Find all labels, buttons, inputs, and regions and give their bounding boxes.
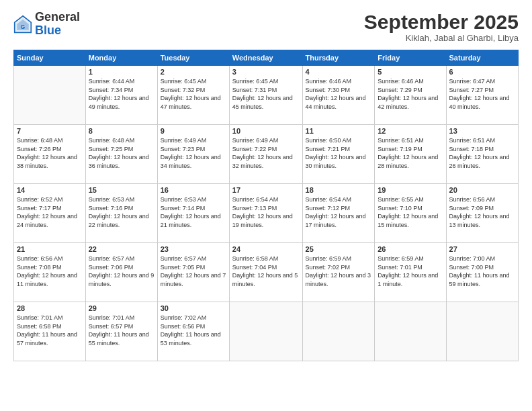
day-info: Sunrise: 6:51 AMSunset: 7:18 PMDaylight:…	[449, 136, 515, 170]
header-tuesday: Tuesday	[157, 50, 229, 66]
table-row: 27Sunrise: 7:00 AMSunset: 7:00 PMDayligh…	[446, 243, 518, 302]
month-title: September 2025	[364, 11, 519, 33]
day-number: 30	[161, 304, 226, 312]
table-row: 3Sunrise: 6:45 AMSunset: 7:31 PMDaylight…	[229, 66, 302, 125]
day-info: Sunrise: 6:54 AMSunset: 7:13 PMDaylight:…	[232, 195, 300, 229]
table-row: 30Sunrise: 7:02 AMSunset: 6:56 PMDayligh…	[157, 302, 229, 361]
calendar-week-row: 28Sunrise: 7:01 AMSunset: 6:58 PMDayligh…	[14, 302, 519, 361]
location: Kiklah, Jabal al Gharbi, Libya	[364, 33, 519, 43]
day-number: 10	[232, 127, 300, 135]
table-row	[375, 302, 446, 361]
day-info: Sunrise: 6:58 AMSunset: 7:04 PMDaylight:…	[232, 255, 300, 288]
table-row: 26Sunrise: 6:59 AMSunset: 7:01 PMDayligh…	[375, 243, 446, 302]
table-row	[302, 302, 375, 361]
day-number: 12	[378, 127, 443, 135]
logo-text: General Blue	[35, 11, 80, 38]
day-info: Sunrise: 7:01 AMSunset: 6:58 PMDaylight:…	[17, 314, 83, 347]
table-row: 8Sunrise: 6:48 AMSunset: 7:25 PMDaylight…	[85, 125, 157, 184]
day-number: 13	[449, 127, 515, 135]
day-info: Sunrise: 6:46 AMSunset: 7:29 PMDaylight:…	[378, 77, 443, 111]
day-info: Sunrise: 7:00 AMSunset: 7:00 PMDaylight:…	[449, 255, 515, 288]
day-number: 25	[306, 245, 372, 253]
svg-text:G: G	[21, 24, 26, 30]
calendar-week-row: 21Sunrise: 6:56 AMSunset: 7:08 PMDayligh…	[14, 243, 519, 302]
day-info: Sunrise: 6:54 AMSunset: 7:12 PMDaylight:…	[306, 195, 372, 229]
day-number: 8	[89, 127, 154, 135]
title-block: September 2025 Kiklah, Jabal al Gharbi, …	[364, 11, 519, 43]
day-number: 29	[89, 304, 154, 312]
day-number: 2	[161, 68, 226, 76]
day-info: Sunrise: 6:44 AMSunset: 7:34 PMDaylight:…	[89, 77, 154, 111]
day-info: Sunrise: 6:48 AMSunset: 7:25 PMDaylight:…	[89, 136, 154, 170]
table-row: 13Sunrise: 6:51 AMSunset: 7:18 PMDayligh…	[446, 125, 518, 184]
calendar-week-row: 7Sunrise: 6:48 AMSunset: 7:26 PMDaylight…	[14, 125, 519, 184]
header-thursday: Thursday	[302, 50, 375, 66]
logo-icon: G	[13, 15, 32, 34]
calendar-header-row: Sunday Monday Tuesday Wednesday Thursday…	[14, 50, 519, 66]
table-row: 4Sunrise: 6:46 AMSunset: 7:30 PMDaylight…	[302, 66, 375, 125]
table-row: 23Sunrise: 6:57 AMSunset: 7:05 PMDayligh…	[157, 243, 229, 302]
day-info: Sunrise: 6:53 AMSunset: 7:14 PMDaylight:…	[161, 195, 226, 229]
day-number: 20	[449, 186, 515, 194]
day-info: Sunrise: 6:56 AMSunset: 7:08 PMDaylight:…	[17, 255, 83, 288]
table-row: 25Sunrise: 6:59 AMSunset: 7:02 PMDayligh…	[302, 243, 375, 302]
header-wednesday: Wednesday	[229, 50, 302, 66]
day-info: Sunrise: 6:45 AMSunset: 7:32 PMDaylight:…	[161, 77, 226, 111]
logo: G General Blue	[13, 11, 80, 38]
header-saturday: Saturday	[446, 50, 518, 66]
day-info: Sunrise: 6:56 AMSunset: 7:09 PMDaylight:…	[449, 195, 515, 229]
day-info: Sunrise: 6:46 AMSunset: 7:30 PMDaylight:…	[306, 77, 372, 111]
table-row: 1Sunrise: 6:44 AMSunset: 7:34 PMDaylight…	[85, 66, 157, 125]
day-number: 16	[161, 186, 226, 194]
day-info: Sunrise: 6:52 AMSunset: 7:17 PMDaylight:…	[17, 195, 83, 229]
day-number: 11	[306, 127, 372, 135]
table-row: 6Sunrise: 6:47 AMSunset: 7:27 PMDaylight…	[446, 66, 518, 125]
day-info: Sunrise: 6:49 AMSunset: 7:23 PMDaylight:…	[161, 136, 226, 170]
header-monday: Monday	[85, 50, 157, 66]
logo-blue: Blue	[35, 24, 80, 38]
table-row: 7Sunrise: 6:48 AMSunset: 7:26 PMDaylight…	[14, 125, 86, 184]
day-info: Sunrise: 6:50 AMSunset: 7:21 PMDaylight:…	[306, 136, 372, 170]
day-info: Sunrise: 6:53 AMSunset: 7:16 PMDaylight:…	[89, 195, 154, 229]
table-row: 5Sunrise: 6:46 AMSunset: 7:29 PMDaylight…	[375, 66, 446, 125]
day-number: 28	[17, 304, 83, 312]
page-header: G General Blue September 2025 Kiklah, Ja…	[13, 11, 519, 43]
day-number: 5	[378, 68, 443, 76]
day-info: Sunrise: 6:59 AMSunset: 7:02 PMDaylight:…	[306, 255, 372, 288]
day-number: 22	[89, 245, 154, 253]
header-friday: Friday	[375, 50, 446, 66]
day-info: Sunrise: 7:02 AMSunset: 6:56 PMDaylight:…	[161, 314, 226, 347]
day-info: Sunrise: 6:48 AMSunset: 7:26 PMDaylight:…	[17, 136, 83, 170]
table-row	[14, 66, 86, 125]
day-info: Sunrise: 6:47 AMSunset: 7:27 PMDaylight:…	[449, 77, 515, 111]
table-row: 11Sunrise: 6:50 AMSunset: 7:21 PMDayligh…	[302, 125, 375, 184]
day-number: 1	[89, 68, 154, 76]
table-row: 16Sunrise: 6:53 AMSunset: 7:14 PMDayligh…	[157, 184, 229, 243]
day-number: 15	[89, 186, 154, 194]
table-row: 18Sunrise: 6:54 AMSunset: 7:12 PMDayligh…	[302, 184, 375, 243]
day-info: Sunrise: 6:49 AMSunset: 7:22 PMDaylight:…	[232, 136, 300, 170]
day-info: Sunrise: 6:51 AMSunset: 7:19 PMDaylight:…	[378, 136, 443, 170]
day-number: 9	[161, 127, 226, 135]
table-row: 24Sunrise: 6:58 AMSunset: 7:04 PMDayligh…	[229, 243, 302, 302]
calendar-table: Sunday Monday Tuesday Wednesday Thursday…	[13, 50, 519, 361]
day-number: 27	[449, 245, 515, 253]
table-row: 15Sunrise: 6:53 AMSunset: 7:16 PMDayligh…	[85, 184, 157, 243]
day-number: 23	[161, 245, 226, 253]
calendar-week-row: 14Sunrise: 6:52 AMSunset: 7:17 PMDayligh…	[14, 184, 519, 243]
day-info: Sunrise: 6:57 AMSunset: 7:06 PMDaylight:…	[89, 255, 154, 288]
day-number: 6	[449, 68, 515, 76]
table-row: 9Sunrise: 6:49 AMSunset: 7:23 PMDaylight…	[157, 125, 229, 184]
day-number: 14	[17, 186, 83, 194]
day-number: 19	[378, 186, 443, 194]
day-number: 26	[378, 245, 443, 253]
day-info: Sunrise: 6:45 AMSunset: 7:31 PMDaylight:…	[232, 77, 300, 111]
day-info: Sunrise: 6:59 AMSunset: 7:01 PMDaylight:…	[378, 255, 443, 288]
table-row: 21Sunrise: 6:56 AMSunset: 7:08 PMDayligh…	[14, 243, 86, 302]
table-row	[229, 302, 302, 361]
table-row: 17Sunrise: 6:54 AMSunset: 7:13 PMDayligh…	[229, 184, 302, 243]
day-info: Sunrise: 7:01 AMSunset: 6:57 PMDaylight:…	[89, 314, 154, 347]
day-info: Sunrise: 6:57 AMSunset: 7:05 PMDaylight:…	[161, 255, 226, 288]
table-row: 14Sunrise: 6:52 AMSunset: 7:17 PMDayligh…	[14, 184, 86, 243]
day-number: 3	[232, 68, 300, 76]
